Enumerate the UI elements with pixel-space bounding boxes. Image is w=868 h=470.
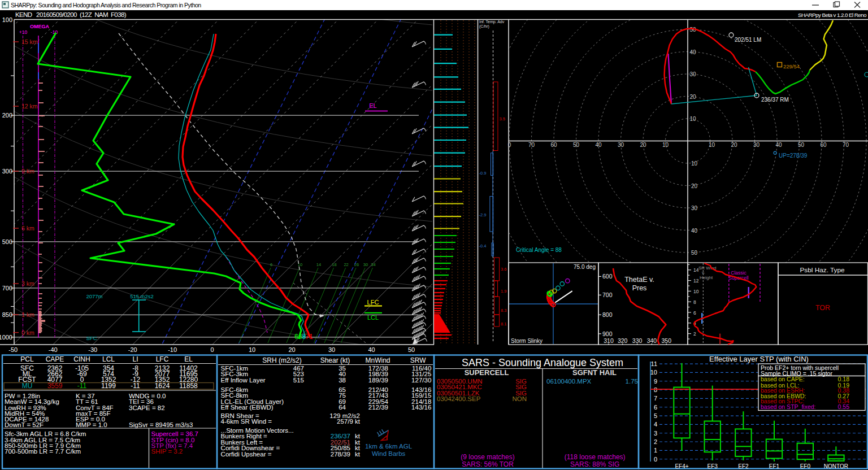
svg-text:SARS: 56% TOR: SARS: 56% TOR: [462, 460, 514, 468]
svg-text:15 km: 15 km: [21, 38, 38, 45]
svg-text:8: 8: [654, 386, 657, 393]
svg-text:based on STP_fixed:: based on STP_fixed:: [761, 403, 815, 410]
svg-text:900: 900: [602, 330, 613, 337]
svg-text:06100400.MPX: 06100400.MPX: [546, 378, 592, 385]
svg-text:700: 700: [602, 291, 613, 298]
svg-text:LCL: LCL: [367, 314, 379, 321]
svg-text:202/51 LM: 202/51 LM: [735, 37, 761, 43]
svg-text:1km & 6km AGL: 1km & 6km AGL: [365, 443, 413, 450]
svg-text:40: 40: [775, 142, 782, 148]
svg-text:12 km: 12 km: [21, 103, 38, 110]
svg-text:Height: Height: [700, 275, 713, 280]
svg-text:1 km: 1 km: [21, 311, 34, 318]
svg-text:320: 320: [618, 337, 628, 344]
svg-text:257/9 kt: 257/9 kt: [337, 418, 361, 425]
svg-text:Eff Inflow Layer: Eff Inflow Layer: [221, 377, 266, 384]
svg-text:SHIP = 3.2: SHIP = 3.2: [151, 448, 183, 455]
svg-text:278/39: 278/39: [331, 451, 350, 458]
svg-text:10: 10: [691, 160, 698, 167]
svg-text:50: 50: [691, 250, 698, 256]
svg-text:Critical Angle = 88: Critical Angle = 88: [516, 247, 562, 253]
svg-text:0: 0: [508, 142, 511, 148]
svg-text:SARS - Sounding Analogue Syste: SARS - Sounding Analogue System: [462, 357, 623, 368]
svg-text:40: 40: [595, 142, 602, 148]
svg-text:6: 6: [654, 404, 657, 411]
svg-text:212/39: 212/39: [368, 404, 388, 411]
svg-text:700-500mb LR = 7.7 C/km: 700-500mb LR = 7.7 C/km: [5, 448, 81, 455]
svg-text:TOR: TOR: [815, 304, 830, 312]
svg-text:LFC: LFC: [367, 299, 379, 306]
svg-text:2: 2: [693, 331, 696, 337]
svg-text:70: 70: [528, 142, 535, 148]
svg-text:6: 6: [693, 310, 696, 316]
svg-text:850: 850: [2, 311, 12, 318]
svg-text:9 km: 9 km: [21, 168, 34, 175]
svg-text:UP=278/39: UP=278/39: [779, 153, 808, 159]
svg-text:20: 20: [288, 346, 295, 353]
svg-text:515 m2s2: 515 m2s2: [130, 293, 154, 299]
svg-text:60: 60: [550, 142, 557, 148]
svg-text:EF2: EF2: [738, 463, 749, 469]
svg-text:LFC: LFC: [156, 355, 169, 363]
svg-text:30: 30: [618, 142, 624, 148]
svg-text:SUPERCELL: SUPERCELL: [465, 368, 509, 377]
svg-text:-0.9: -0.9: [479, 171, 487, 176]
svg-text:50: 50: [573, 142, 580, 148]
svg-text:66: 66: [294, 333, 302, 341]
svg-text:10: 10: [690, 116, 697, 122]
svg-text:1.9: 1.9: [501, 289, 506, 294]
svg-text:2077m: 2077m: [86, 293, 102, 299]
svg-text:10: 10: [662, 142, 669, 148]
svg-text:40: 40: [691, 228, 698, 234]
svg-text:OMEGA: OMEGA: [30, 24, 50, 29]
svg-text:0 km: 0 km: [21, 329, 34, 336]
svg-text:SARS: 88% SIG: SARS: 88% SIG: [570, 460, 619, 468]
svg-text:0: 0: [211, 346, 214, 353]
svg-text:515: 515: [293, 377, 304, 384]
svg-text:Shear (kt): Shear (kt): [320, 356, 350, 364]
svg-text:0: 0: [654, 456, 657, 463]
svg-text:Wind Barbs: Wind Barbs: [372, 450, 406, 457]
svg-text:8.1: 8.1: [501, 321, 506, 327]
svg-text:50: 50: [408, 346, 415, 353]
svg-text:10: 10: [709, 142, 715, 148]
svg-text:11: 11: [651, 360, 657, 367]
svg-text:Psbl Haz. Type: Psbl Haz. Type: [800, 266, 845, 274]
svg-text:71: 71: [305, 333, 313, 341]
svg-text:30: 30: [753, 142, 760, 148]
svg-text:EF3: EF3: [708, 463, 718, 469]
svg-text:64: 64: [338, 404, 346, 411]
svg-text:189/39: 189/39: [368, 377, 388, 384]
svg-text:-40: -40: [49, 346, 58, 353]
svg-text:330: 330: [632, 337, 643, 344]
svg-text:10: 10: [693, 289, 699, 294]
svg-text:18: 18: [332, 262, 336, 267]
svg-text:KEND 20160509/0200 (12Z NA: KEND 20160509/0200 (12Z NAM F038): [15, 11, 127, 18]
svg-text:SigSvr = 89495 m3/s3: SigSvr = 89495 m3/s3: [129, 421, 193, 428]
svg-text:20: 20: [691, 183, 698, 189]
svg-text:22: 22: [344, 262, 348, 267]
svg-text:3.6: 3.6: [501, 267, 506, 272]
svg-text:100: 100: [2, 16, 12, 23]
svg-text:CINH: CINH: [73, 355, 90, 363]
svg-text:236/37 RM: 236/37 RM: [761, 97, 789, 103]
svg-text:9: 9: [654, 378, 657, 385]
svg-text:1.75: 1.75: [626, 378, 638, 385]
svg-text:8.3: 8.3: [501, 308, 506, 313]
svg-text:(118 loose matches): (118 loose matches): [565, 453, 626, 461]
svg-text:Inf. Temp. Adv: Inf. Temp. Adv: [479, 20, 505, 24]
svg-text:EL: EL: [184, 355, 193, 363]
svg-text:LI: LI: [132, 355, 138, 363]
svg-text:Pres: Pres: [632, 284, 647, 292]
svg-text:+10: +10: [19, 29, 28, 35]
svg-text:MnWind: MnWind: [365, 356, 390, 364]
svg-text:127/30: 127/30: [411, 377, 431, 384]
svg-text:800: 800: [602, 311, 613, 318]
svg-text:6 km: 6 km: [21, 225, 34, 232]
svg-text:30: 30: [690, 71, 697, 77]
svg-text:Corfidi Upshear =: Corfidi Upshear =: [221, 451, 272, 458]
svg-text:LCL: LCL: [102, 355, 115, 363]
svg-text:SRW: SRW: [410, 356, 426, 364]
svg-text:PCL: PCL: [20, 355, 34, 363]
svg-text:EF1: EF1: [769, 463, 780, 469]
